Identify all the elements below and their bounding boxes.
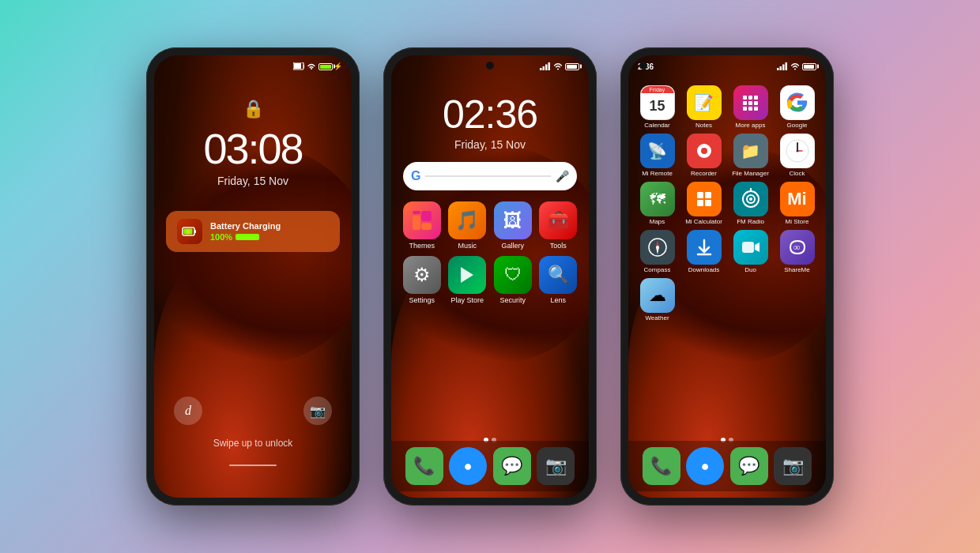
app-security[interactable]: 🛡 Security [493,256,533,304]
notes-label: Notes [695,122,712,129]
notif-text-block: Battery Charging 100% [210,221,329,242]
clock-label: Clock [789,170,805,177]
svg-rect-5 [194,230,196,233]
dock-sms-3[interactable]: 💬 [730,447,768,485]
micalc-icon [687,182,722,216]
recorder-circle [697,144,711,158]
app-settings[interactable]: ⚙ Settings [402,256,442,304]
compass-svg [646,236,669,258]
shareme-icon: ∞ [780,230,815,265]
playstore-icon [448,256,486,294]
security-icon: 🛡 [494,256,532,294]
wifi-icon-2 [553,62,563,70]
app-moreapps[interactable]: More apps [729,85,771,129]
svg-rect-15 [413,211,420,214]
app-lens[interactable]: 🔍 Lens [539,256,579,304]
compass-label: Compass [644,266,671,273]
app-downloads[interactable]: Downloads [683,230,725,273]
notes-emoji: 📝 [694,93,714,112]
filemanager-emoji: 📁 [741,141,760,160]
app-filemanager[interactable]: 📁 File Manager [729,134,771,177]
sms-emoji: 💬 [501,456,522,476]
search-divider [425,175,551,177]
lens-emoji: 🔍 [548,265,569,285]
app-duo[interactable]: Duo [729,230,771,273]
settings-icon: ⚙ [403,256,441,294]
app-mistore[interactable]: Mi Mi Store [776,182,818,225]
dock-camera[interactable]: 📷 [537,447,575,485]
google-icon [780,85,815,120]
dock-browser[interactable]: ● [449,447,487,485]
home-date-2: Friday, 15 Nov [391,138,589,151]
camera-emoji-3: 📷 [782,456,804,476]
calc-key [697,200,703,206]
app-music[interactable]: 🎵 Music [448,201,488,250]
dock-sms[interactable]: 💬 [493,447,531,485]
app-gallery[interactable]: 🖼 Gallery [493,201,533,250]
moreapps-icon [733,85,768,120]
app-miremote[interactable]: 📡 Mi Remote [636,134,678,177]
moreapps-dot [748,96,752,100]
miremote-icon: 📡 [640,134,675,168]
svg-rect-14 [421,223,432,230]
svg-text:⚡: ⚡ [185,228,192,235]
svg-text:∞: ∞ [793,242,801,253]
playstore-label: Play Store [450,296,484,304]
downloads-label: Downloads [688,266,720,273]
google-svg [786,91,809,115]
duo-svg [741,237,761,258]
fmradio-svg [740,188,762,210]
app-shareme[interactable]: ∞ ShareMe [776,230,818,273]
gallery-emoji: 🖼 [503,209,522,231]
app-recorder[interactable]: Recorder [683,134,725,177]
screen-icon [293,62,304,70]
app-themes[interactable]: Themes [402,201,442,250]
svg-rect-18 [780,66,782,70]
home-screen-2: 02:36 Friday, 15 Nov G 🎤 [391,55,589,498]
app-maps[interactable]: 🗺 Maps [636,182,678,225]
calendar-month: Friday [641,86,674,93]
camera-notch-3 [639,62,647,70]
app-tools[interactable]: 🧰 Tools [539,201,579,250]
mistore-text: Mi [787,189,806,209]
signal-icon-3 [777,62,788,70]
weather-label: Weather [645,314,669,322]
dock-browser-3[interactable]: ● [686,447,724,485]
right-app-grid: Friday 15 Calendar 📝 Notes [628,81,826,326]
tools-icon: 🧰 [539,201,577,239]
calendar-content: Friday 15 [641,86,674,119]
dock-camera-3[interactable]: 📷 [774,447,812,485]
lens-label: Lens [550,296,566,304]
app-fmradio[interactable]: FM Radio [729,182,771,225]
dock-phone-3[interactable]: 📞 [643,447,680,485]
playstore-svg [456,264,478,286]
svg-rect-1 [294,63,301,69]
google-search-bar[interactable]: G 🎤 [403,162,577,190]
calc-key [697,192,703,198]
dock-phone[interactable]: 📞 [405,447,443,485]
app-weather[interactable]: ☁ Weather [636,278,678,322]
app-google[interactable]: Google [776,85,818,129]
app-clock[interactable]: Clock [776,134,818,177]
mic-button[interactable]: 🎤 [556,170,569,182]
home-time-2: 02:36 [391,95,589,134]
battery-icon-3 [802,63,816,70]
moreapps-grid [738,91,763,115]
phone-emoji-3: 📞 [650,456,672,476]
phone-apps: 2:36 [620,47,834,506]
weather-icon: ☁ [640,278,675,313]
app-calendar[interactable]: Friday 15 Calendar [636,85,678,129]
app-compass[interactable]: Compass [636,230,678,273]
calendar-label: Calendar [644,122,669,129]
browser-emoji-3: ● [701,458,710,475]
themes-label: Themes [409,242,435,250]
app-notes[interactable]: 📝 Notes [683,85,725,129]
app-playstore[interactable]: Play Store [448,256,488,304]
status-bar-3: 2:36 [628,55,826,77]
app-micalc[interactable]: Mi Calculator [683,182,725,225]
weather-emoji: ☁ [649,285,666,306]
clock-svg [785,138,810,164]
shareme-label: ShareMe [784,266,809,273]
svg-rect-9 [545,65,548,71]
svg-marker-16 [461,267,473,283]
